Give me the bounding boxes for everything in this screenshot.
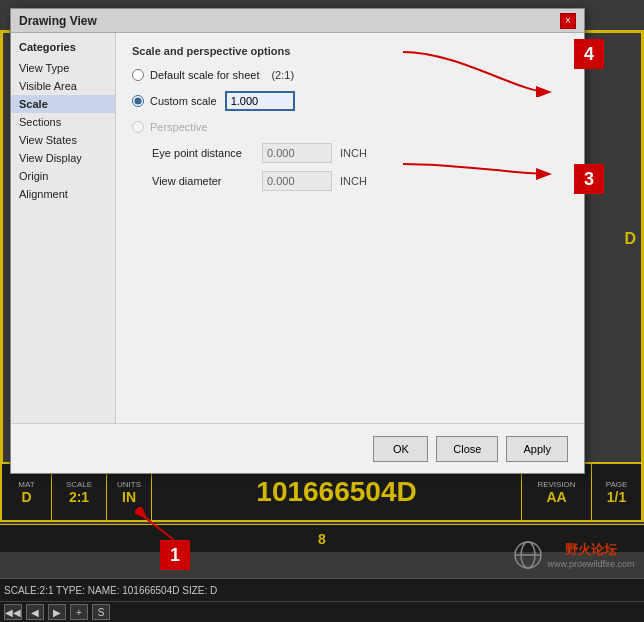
perspective-group: Perspective [132,121,568,133]
eye-point-label: Eye point distance [152,147,262,159]
category-scale[interactable]: Scale [11,95,115,113]
category-sections[interactable]: Sections [11,113,115,131]
category-view-states[interactable]: View States [11,131,115,149]
default-scale-label[interactable]: Default scale for sheet (2:1) [132,69,294,81]
dialog-close-button[interactable]: × [560,13,576,29]
default-scale-text: Default scale for sheet [150,69,259,81]
category-view-display[interactable]: View Display [11,149,115,167]
view-diameter-label: View diameter [152,175,262,187]
badge-3: 3 [574,164,604,194]
perspective-label: Perspective [132,121,207,133]
default-scale-radio[interactable] [132,69,144,81]
category-visible-area[interactable]: Visible Area [11,77,115,95]
drawing-view-dialog: Drawing View × Categories View Type Visi… [10,8,585,474]
custom-scale-text: Custom scale [150,95,217,107]
perspective-text: Perspective [150,121,207,133]
custom-scale-radio[interactable] [132,95,144,107]
apply-button[interactable]: Apply [506,436,568,462]
badge-4: 4 [574,39,604,69]
dialog-footer: OK Close Apply [11,423,584,473]
ok-button[interactable]: OK [373,436,428,462]
dialog-titlebar: Drawing View × [11,9,584,33]
perspective-radio [132,121,144,133]
dialog-title: Drawing View [19,14,97,28]
custom-scale-group: Custom scale [132,91,568,111]
default-scale-group: Default scale for sheet (2:1) [132,69,568,81]
eye-point-input[interactable] [262,143,332,163]
category-alignment[interactable]: Alignment [11,185,115,203]
view-diameter-unit: INCH [340,175,367,187]
section-title: Scale and perspective options [132,45,568,57]
default-scale-value: (2:1) [271,69,294,81]
custom-scale-label[interactable]: Custom scale [132,95,217,107]
category-origin[interactable]: Origin [11,167,115,185]
category-view-type[interactable]: View Type [11,59,115,77]
dialog-body: Categories View Type Visible Area Scale … [11,33,584,423]
dialog-overlay: Drawing View × Categories View Type Visi… [0,0,644,622]
eye-point-row: Eye point distance INCH [152,143,568,163]
eye-point-unit: INCH [340,147,367,159]
view-diameter-row: View diameter INCH [152,171,568,191]
custom-scale-input[interactable] [225,91,295,111]
close-button[interactable]: Close [436,436,498,462]
content-panel: Scale and perspective options Default sc… [116,33,584,423]
view-diameter-input[interactable] [262,171,332,191]
categories-panel: Categories View Type Visible Area Scale … [11,33,116,423]
categories-title: Categories [11,37,115,57]
